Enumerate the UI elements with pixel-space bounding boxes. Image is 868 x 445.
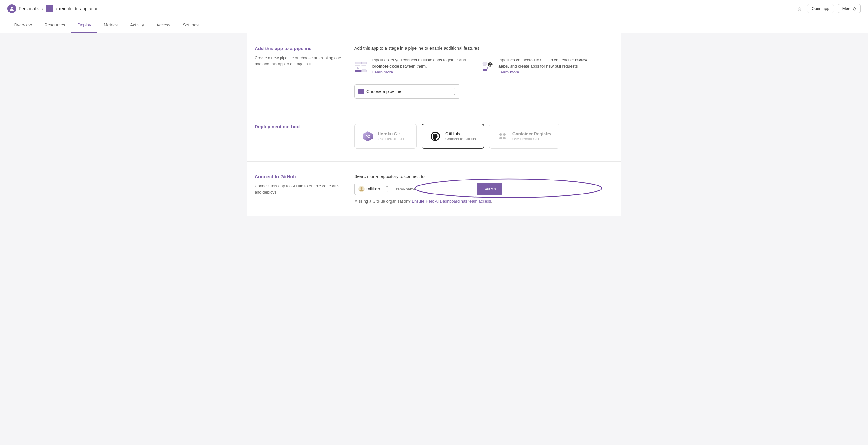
github-connect-section: Connect to GitHub Connect this app to Gi… (247, 161, 621, 216)
pipeline-illustration-2 (482, 57, 493, 77)
github-connect-title: Connect to GitHub (255, 174, 342, 179)
pipeline-dropdown-left: Choose a pipeline (358, 89, 401, 94)
pipeline-sidebar-title: Add this app to a pipeline (255, 46, 342, 51)
heroku-git-text: Heroku Git Use Heroku CLI (378, 131, 404, 141)
svg-point-19 (499, 137, 502, 139)
pipeline-content: Add this app to a stage in a pipeline to… (354, 46, 597, 99)
github-desc: Connect to GitHub (445, 137, 476, 141)
pipeline-card-1: Pipelines let you connect multiple apps … (354, 57, 469, 77)
org-value: mflilian (367, 186, 380, 191)
pipeline-section: Add this app to a pipeline Create a new … (247, 33, 621, 112)
github-connect-layout: Connect to GitHub Connect this app to Gi… (255, 174, 597, 203)
heroku-git-icon: ⌥ (362, 131, 373, 142)
svg-rect-1 (355, 62, 361, 64)
org-select-chevron: ⌃⌄ (386, 186, 388, 192)
svg-point-18 (503, 133, 506, 136)
pipeline-info: Pipelines let you connect multiple apps … (354, 57, 597, 77)
tab-metrics[interactable]: Metrics (97, 18, 124, 33)
more-label: More ◇ (842, 6, 856, 11)
main-content: Add this app to a pipeline Create a new … (247, 33, 621, 216)
container-name: Container Registry (513, 131, 551, 136)
pipeline-card-2-text: Pipelines connected to GitHub can enable… (498, 57, 597, 75)
svg-rect-6 (362, 65, 366, 66)
tab-resources[interactable]: Resources (38, 18, 71, 33)
open-app-label: Open app (812, 6, 829, 11)
svg-point-20 (503, 137, 506, 139)
svg-point-22 (361, 187, 363, 189)
svg-rect-2 (355, 65, 360, 66)
team-access-label: Ensure Heroku Dashboard has team access (411, 199, 491, 203)
pipeline-section-desc: Add this app to a stage in a pipeline to… (354, 46, 597, 51)
repo-search-label: Search for a repository to connect to (354, 174, 597, 179)
svg-rect-7 (362, 70, 367, 72)
deploy-method-container[interactable]: Container Registry Use Heroku CLI (489, 124, 559, 149)
pipeline-illustration-1 (354, 57, 367, 77)
pipeline-learn-more-1[interactable]: Learn more (372, 70, 393, 74)
breadcrumb: Personal ◇ › exemplo-de-app-aqui (7, 4, 796, 13)
tab-activity[interactable]: Activity (124, 18, 150, 33)
pipeline-card-2: Pipelines connected to GitHub can enable… (482, 57, 597, 77)
repo-name-input[interactable] (392, 183, 477, 195)
org-selector[interactable]: mflilian ⌃⌄ (354, 183, 392, 195)
user-avatar (7, 4, 16, 13)
github-icon (430, 131, 441, 142)
pipeline-dropdown-icon (358, 89, 364, 94)
nav-tabs: Overview Resources Deploy Metrics Activi… (0, 18, 868, 33)
deployment-layout: Deployment method (255, 124, 597, 149)
pipeline-dropdown[interactable]: Choose a pipeline ⌃⌄ (354, 84, 460, 99)
search-button-label: Search (483, 187, 496, 191)
pipeline-dropdown-label: Choose a pipeline (367, 89, 401, 94)
deploy-method-heroku-git[interactable]: ⌥ Heroku Git Use Heroku CLI (354, 124, 416, 149)
pipeline-card1-bold: promote code (372, 64, 399, 68)
tab-deploy[interactable]: Deploy (71, 18, 97, 33)
svg-rect-4 (355, 70, 361, 72)
tab-overview[interactable]: Overview (7, 18, 38, 33)
personal-chevron-icon: ◇ (37, 7, 39, 10)
svg-marker-3 (358, 67, 359, 69)
pipeline-sidebar: Add this app to a pipeline Create a new … (255, 46, 342, 99)
deploy-methods: ⌥ Heroku Git Use Heroku CLI (354, 124, 597, 149)
app-icon (46, 5, 53, 12)
pipeline-card2-text1: Pipelines connected to GitHub can enable (498, 58, 575, 62)
deployment-sidebar-title: Deployment method (255, 124, 342, 129)
app-name: exemplo-de-app-aqui (56, 6, 97, 11)
personal-link[interactable]: Personal ◇ (19, 6, 39, 11)
svg-point-17 (499, 133, 502, 136)
open-app-button[interactable]: Open app (807, 4, 834, 13)
pipeline-learn-more-2[interactable]: Learn more (498, 70, 519, 74)
github-connect-sidebar: Connect to GitHub Connect this app to Gi… (255, 174, 342, 203)
pipeline-layout: Add this app to a pipeline Create a new … (255, 46, 597, 99)
svg-rect-5 (362, 62, 367, 64)
github-connect-desc: Connect this app to GitHub to enable cod… (255, 183, 342, 195)
heroku-git-name: Heroku Git (378, 131, 404, 136)
deploy-method-github[interactable]: GitHub Connect to GitHub (422, 124, 484, 149)
github-name: GitHub (445, 131, 476, 136)
org-avatar (358, 186, 365, 192)
missing-org-label: Missing a GitHub organization? (354, 199, 411, 203)
missing-org-text: Missing a GitHub organization? Ensure He… (354, 199, 597, 203)
svg-point-0 (11, 7, 13, 9)
svg-marker-12 (487, 67, 489, 69)
github-text: GitHub Connect to GitHub (445, 131, 476, 141)
pipeline-sidebar-desc: Create a new pipeline or choose an exist… (255, 55, 342, 67)
container-desc: Use Heroku CLI (513, 137, 551, 141)
team-access-link[interactable]: Ensure Heroku Dashboard has team access (411, 199, 491, 203)
breadcrumb-separator: › (42, 6, 43, 11)
org-select-left: mflilian (358, 186, 380, 192)
star-button[interactable]: ☆ (796, 4, 803, 13)
pipeline-card2-text2: , and create apps for new pull requests. (508, 64, 579, 68)
github-connect-content: Search for a repository to connect to (354, 174, 597, 203)
search-button[interactable]: Search (477, 183, 502, 195)
container-registry-icon (497, 131, 508, 142)
heroku-git-desc: Use Heroku CLI (378, 137, 404, 141)
missing-period: . (491, 199, 492, 203)
svg-rect-13 (483, 69, 487, 71)
deployment-content: ⌥ Heroku Git Use Heroku CLI (354, 124, 597, 149)
top-header: Personal ◇ › exemplo-de-app-aqui ☆ Open … (0, 0, 868, 18)
more-button[interactable]: More ◇ (838, 4, 861, 13)
pipeline-card1-text1: Pipelines let you connect multiple apps … (372, 58, 466, 62)
search-circle-wrapper: mflilian ⌃⌄ Search (354, 183, 502, 195)
tab-access[interactable]: Access (150, 18, 177, 33)
personal-label: Personal (19, 6, 36, 11)
tab-settings[interactable]: Settings (177, 18, 205, 33)
